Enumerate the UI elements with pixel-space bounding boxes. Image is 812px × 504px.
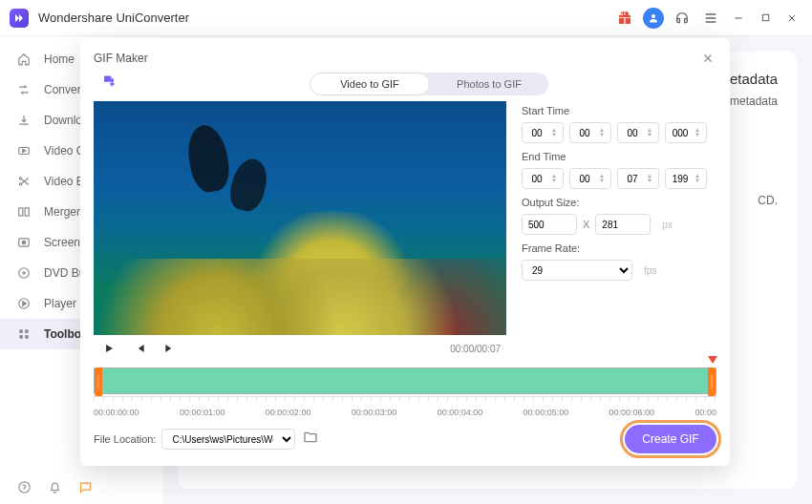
playback-controls: 00:00/00:07 xyxy=(94,335,506,362)
svg-rect-15 xyxy=(25,335,29,339)
recorder-icon xyxy=(17,236,34,249)
start-time-label: Start Time xyxy=(522,105,716,116)
timeline-ticks: 00:00:00:00 00:00:01:00 00:00:02:00 00:0… xyxy=(94,408,716,417)
trim-handle-start[interactable] xyxy=(95,368,102,396)
start-h-input[interactable] xyxy=(523,128,551,138)
start-s-stepper[interactable]: ▲▼ xyxy=(617,122,659,143)
download-icon xyxy=(17,114,34,127)
spinner-icon[interactable]: ▲▼ xyxy=(551,128,561,137)
end-time-label: End Time xyxy=(522,151,716,162)
open-folder-icon[interactable] xyxy=(303,430,318,449)
play-button[interactable] xyxy=(99,339,118,358)
feedback-icon[interactable] xyxy=(78,480,94,495)
end-ms-stepper[interactable]: ▲▼ xyxy=(665,168,707,189)
sidebar-label: Player xyxy=(44,297,76,310)
tick-label: 00:00:03:00 xyxy=(352,408,397,417)
tab-photos-to-gif[interactable]: Photos to GIF xyxy=(430,73,548,95)
spinner-icon[interactable]: ▲▼ xyxy=(599,128,609,137)
tick-label: 00:00:05:00 xyxy=(524,408,569,417)
avatar xyxy=(643,8,664,29)
scissors-icon xyxy=(17,175,34,188)
mode-tabs: Video to GIF Photos to GIF xyxy=(310,73,548,95)
tick-label: 00:00:02:00 xyxy=(266,408,311,417)
trim-handle-end[interactable] xyxy=(708,368,716,396)
file-location-select[interactable]: C:\Users\ws\Pictures\Wonders xyxy=(161,429,295,450)
start-s-input[interactable] xyxy=(618,128,647,138)
file-location-label: File Location: xyxy=(94,433,156,445)
tick-label: 00:00:06:00 xyxy=(609,408,655,417)
add-file-icon[interactable] xyxy=(99,74,118,94)
hamburger-icon[interactable] xyxy=(699,7,722,30)
output-size-label: Output Size: xyxy=(522,197,716,208)
spinner-icon[interactable]: ▲▼ xyxy=(647,174,656,183)
disc-icon xyxy=(17,266,34,280)
timeline: 00:00:00:00 00:00:01:00 00:00:02:00 00:0… xyxy=(94,368,716,417)
modal-close-button[interactable] xyxy=(699,50,716,67)
toolbox-icon xyxy=(17,327,34,341)
compress-icon xyxy=(17,144,34,158)
modal-title: GIF Maker xyxy=(94,52,148,65)
output-width-input[interactable] xyxy=(522,214,577,235)
end-h-input[interactable] xyxy=(523,174,551,184)
spinner-icon[interactable]: ▲▼ xyxy=(599,174,609,183)
play-icon xyxy=(17,297,34,310)
minimize-button[interactable] xyxy=(728,8,749,29)
svg-point-8 xyxy=(22,241,26,244)
start-ms-input[interactable] xyxy=(666,128,694,138)
tick-label: 00:00 xyxy=(694,408,716,417)
sidebar-label: Home xyxy=(44,52,75,66)
app-logo xyxy=(10,9,29,28)
end-s-stepper[interactable]: ▲▼ xyxy=(617,168,659,189)
next-frame-button[interactable] xyxy=(160,339,180,358)
titlebar: Wondershare UniConverter xyxy=(0,0,812,36)
spinner-icon[interactable]: ▲▼ xyxy=(551,174,561,183)
timeline-track[interactable] xyxy=(94,368,716,394)
video-preview[interactable] xyxy=(94,101,506,335)
svg-point-10 xyxy=(23,272,25,274)
converter-icon xyxy=(17,83,34,96)
create-gif-button[interactable]: Create GIF xyxy=(625,425,716,453)
px-unit: px xyxy=(662,220,673,230)
modal-footer: File Location: C:\Users\ws\Pictures\Wond… xyxy=(94,425,716,453)
start-m-stepper[interactable]: ▲▼ xyxy=(569,122,611,143)
headset-icon[interactable] xyxy=(671,7,694,30)
tab-video-to-gif[interactable]: Video to GIF xyxy=(310,73,430,95)
prev-frame-button[interactable] xyxy=(130,339,149,358)
app-title: Wondershare UniConverter xyxy=(38,10,189,25)
end-ms-input[interactable] xyxy=(666,174,694,184)
start-m-input[interactable] xyxy=(570,128,599,138)
statusbar xyxy=(0,472,162,504)
account-icon[interactable] xyxy=(642,7,665,30)
end-h-stepper[interactable]: ▲▼ xyxy=(522,168,564,189)
svg-rect-14 xyxy=(19,335,23,339)
svg-rect-17 xyxy=(104,76,111,82)
start-ms-stepper[interactable]: ▲▼ xyxy=(665,122,707,143)
end-s-input[interactable] xyxy=(618,174,647,184)
svg-rect-12 xyxy=(19,329,23,333)
close-button[interactable] xyxy=(781,8,802,29)
svg-point-16 xyxy=(19,482,30,493)
spinner-icon[interactable]: ▲▼ xyxy=(694,174,704,183)
frame-rate-label: Frame Rate: xyxy=(522,242,716,254)
svg-rect-6 xyxy=(25,208,29,216)
start-h-stepper[interactable]: ▲▼ xyxy=(522,122,564,143)
end-m-stepper[interactable]: ▲▼ xyxy=(569,168,611,189)
x-separator: X xyxy=(583,219,589,230)
tick-label: 00:00:04:00 xyxy=(438,408,483,417)
settings-panel: Start Time ▲▼ ▲▼ ▲▼ ▲▼ End Time ▲▼ ▲▼ ▲▼… xyxy=(506,101,716,362)
frame-rate-select[interactable]: 29 xyxy=(522,260,632,281)
spinner-icon[interactable]: ▲▼ xyxy=(647,128,656,137)
fps-unit: fps xyxy=(644,265,656,276)
svg-point-9 xyxy=(19,268,30,279)
spinner-icon[interactable]: ▲▼ xyxy=(694,128,704,137)
output-height-input[interactable] xyxy=(595,214,651,235)
gift-icon[interactable] xyxy=(613,7,636,30)
timecode: 00:00/00:07 xyxy=(450,344,501,354)
bell-icon[interactable] xyxy=(48,480,63,495)
maximize-button[interactable] xyxy=(755,8,776,29)
tick-label: 00:00:01:00 xyxy=(180,408,225,417)
end-m-input[interactable] xyxy=(570,174,599,184)
playhead-marker[interactable] xyxy=(708,356,717,364)
help-icon[interactable] xyxy=(17,480,32,495)
svg-rect-5 xyxy=(19,208,23,216)
